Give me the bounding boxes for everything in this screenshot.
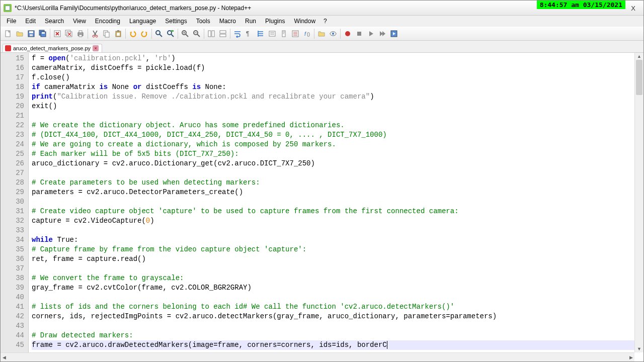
svg-rect-26: [212, 31, 214, 37]
wordwrap-icon[interactable]: [232, 28, 243, 39]
doc-list-icon[interactable]: [290, 28, 301, 39]
doc-map-icon[interactable]: [278, 28, 289, 39]
monitoring-icon[interactable]: [328, 28, 339, 39]
menubar: File Edit Search View Encoding Language …: [1, 16, 643, 27]
menu-file[interactable]: File: [3, 17, 20, 26]
toolbar-sep: [230, 29, 230, 39]
folder-workspace-icon[interactable]: [316, 28, 327, 39]
line-number-gutter: 1516171819202122232425262728293031323334…: [1, 53, 29, 361]
file-tab-close-icon[interactable]: ×: [93, 45, 99, 51]
svg-rect-22: [171, 30, 174, 32]
svg-text:(): (): [307, 32, 310, 37]
function-list-icon[interactable]: f(): [301, 28, 312, 39]
toolbar-sep: [178, 29, 178, 39]
undo-icon[interactable]: [127, 28, 138, 39]
menu-window[interactable]: Window: [290, 17, 319, 26]
file-tab-icon: [5, 45, 11, 51]
menu-help[interactable]: ?: [320, 17, 330, 26]
zoom-in-icon[interactable]: [180, 28, 191, 39]
indent-guide-icon[interactable]: [255, 28, 266, 39]
titlebar-text: *C:\Users\Lorilla Family\Documents\pytho…: [15, 5, 251, 12]
toolbar-sep: [151, 29, 152, 39]
scroll-down-arrow-icon[interactable]: ▼: [635, 345, 643, 352]
toolbar-sep: [204, 29, 204, 39]
menu-settings[interactable]: Settings: [161, 17, 191, 26]
svg-rect-3: [30, 34, 33, 36]
svg-rect-11: [79, 31, 82, 33]
toolbar-sep: [125, 29, 126, 39]
menu-language[interactable]: Language: [125, 17, 160, 26]
paste-icon[interactable]: [113, 28, 124, 39]
toolbar-sep: [314, 29, 314, 39]
print-icon[interactable]: [75, 28, 86, 39]
menu-macro[interactable]: Macro: [215, 17, 240, 26]
horizontal-scrollbar[interactable]: ◀ ▶: [1, 352, 634, 361]
svg-rect-28: [220, 34, 226, 37]
menu-search[interactable]: Search: [41, 17, 68, 26]
svg-point-21: [168, 31, 172, 35]
user-lang-icon[interactable]: [267, 28, 278, 39]
sync-hscroll-icon[interactable]: [217, 28, 228, 39]
cut-icon[interactable]: [90, 28, 101, 39]
save-all-icon[interactable]: [37, 28, 48, 39]
svg-rect-25: [208, 31, 211, 37]
menu-tools[interactable]: Tools: [192, 17, 214, 26]
find-icon[interactable]: [153, 28, 165, 39]
copy-icon[interactable]: [101, 28, 112, 39]
svg-rect-2: [29, 31, 33, 33]
close-all-icon[interactable]: [63, 28, 74, 39]
svg-rect-38: [357, 32, 361, 36]
show-all-chars-icon[interactable]: ¶: [244, 28, 255, 39]
toolbar-sep: [50, 29, 50, 39]
svg-rect-12: [79, 35, 82, 37]
scroll-left-arrow-icon[interactable]: ◀: [1, 353, 8, 361]
svg-rect-27: [220, 31, 226, 33]
svg-rect-6: [42, 32, 45, 34]
window-close-button[interactable]: X: [627, 3, 639, 13]
zoom-out-icon[interactable]: [191, 28, 202, 39]
tabbar: aruco_detect_markers_pose.py ×: [1, 41, 643, 53]
menu-edit[interactable]: Edit: [21, 17, 40, 26]
toolbar: ¶ f(): [1, 27, 643, 41]
timestamp-overlay: 8:44:57 am 03/15/2021: [537, 1, 625, 9]
vertical-scrollbar[interactable]: ▲ ▼: [634, 53, 643, 352]
titlebar[interactable]: *C:\Users\Lorilla Family\Documents\pytho…: [1, 1, 643, 16]
play-macro-icon[interactable]: [365, 28, 376, 39]
svg-rect-16: [105, 32, 109, 37]
save-icon[interactable]: [26, 28, 37, 39]
scroll-right-arrow-icon[interactable]: ▶: [627, 353, 634, 361]
toolbar-sep: [88, 29, 88, 39]
scroll-up-arrow-icon[interactable]: ▲: [635, 53, 643, 60]
svg-point-13: [93, 35, 95, 37]
svg-text:¶: ¶: [246, 30, 249, 37]
app-icon: [4, 4, 12, 12]
vertical-scroll-thumb[interactable]: [636, 60, 642, 95]
editor-area: 1516171819202122232425262728293031323334…: [1, 53, 643, 361]
new-file-icon[interactable]: [3, 28, 14, 39]
svg-point-36: [332, 33, 334, 35]
svg-point-14: [96, 35, 98, 37]
play-multi-icon[interactable]: [377, 28, 388, 39]
svg-rect-30: [269, 31, 275, 36]
sync-vscroll-icon[interactable]: [206, 28, 217, 39]
file-tab-label: aruco_detect_markers_pose.py: [13, 45, 91, 51]
open-file-icon[interactable]: [14, 28, 25, 39]
code-editor[interactable]: f = open('calibration.pckl', 'rb')camera…: [29, 53, 643, 361]
svg-text:f: f: [304, 31, 306, 37]
redo-icon[interactable]: [139, 28, 150, 39]
close-file-icon[interactable]: [52, 28, 63, 39]
file-tab[interactable]: aruco_detect_markers_pose.py ×: [3, 44, 102, 52]
menu-view[interactable]: View: [69, 17, 90, 26]
svg-rect-18: [117, 30, 119, 32]
replace-icon[interactable]: [165, 28, 176, 39]
app-window: *C:\Users\Lorilla Family\Documents\pytho…: [0, 0, 644, 362]
svg-rect-19: [117, 33, 120, 36]
svg-point-20: [156, 31, 160, 35]
menu-encoding[interactable]: Encoding: [91, 17, 124, 26]
save-macro-icon[interactable]: [388, 28, 399, 39]
record-macro-icon[interactable]: [342, 28, 353, 39]
menu-plugins[interactable]: Plugins: [261, 17, 289, 26]
menu-run[interactable]: Run: [241, 17, 260, 26]
toolbar-sep: [340, 29, 341, 39]
stop-macro-icon[interactable]: [354, 28, 365, 39]
